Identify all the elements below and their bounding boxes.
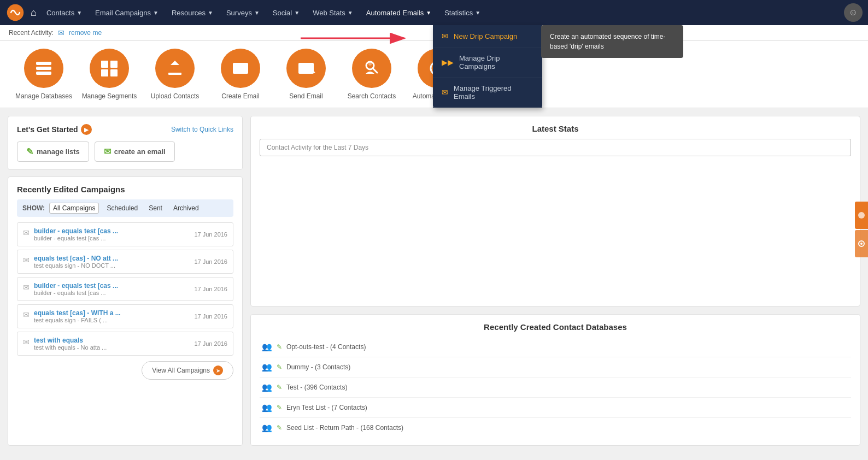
db-row[interactable]: 👥 ✎ Eryn Test List - (7 Contacts) (260, 398, 851, 418)
icon-create-email[interactable]: Create Email (208, 49, 273, 100)
databases-title: Recently Created Contact Databases (260, 322, 851, 332)
icon-manage-segments[interactable]: Manage Segments (77, 49, 142, 100)
home-icon[interactable]: ⌂ (31, 7, 37, 19)
svg-rect-4 (101, 61, 108, 68)
resources-arrow-icon: ▼ (208, 10, 213, 16)
drip-icon: ✉ (442, 32, 448, 40)
campaign-row[interactable]: ✉ equals test [cas] - NO att ... test eq… (17, 250, 233, 274)
filter-sent[interactable]: Sent (145, 203, 166, 213)
db-person-icon: 👥 (262, 342, 272, 352)
stats-filter[interactable]: Contact Activity for the Last 7 Days (260, 139, 851, 156)
db-row[interactable]: 👥 ✎ Test - (396 Contacts) (260, 378, 851, 398)
main-content: Let's Get Started ▶ Switch to Quick Link… (0, 108, 868, 453)
recent-activity-label: Recent Activity: (9, 29, 54, 37)
db-row[interactable]: 👥 ✎ Opt-outs-test - (4 Contacts) (260, 337, 851, 357)
create-email-btn-icon: ✉ (104, 146, 111, 157)
filter-archived[interactable]: Archived (170, 203, 202, 213)
svg-rect-1 (36, 62, 51, 65)
logo[interactable] (5, 3, 25, 22)
side-tab-1[interactable] (855, 202, 868, 229)
automated-emails-arrow-icon: ▼ (426, 10, 431, 16)
svg-rect-6 (101, 69, 108, 76)
right-panel: Latest Stats Contact Activity for the La… (243, 116, 860, 446)
show-label: SHOW: (22, 204, 45, 212)
dropdown-manage-drip-campaigns[interactable]: ▶▶ Manage Drip Campaigns (433, 48, 542, 78)
icon-search-contacts[interactable]: Search Contacts (339, 49, 404, 100)
nav-resources[interactable]: Resources ▼ (165, 0, 220, 25)
svg-point-12 (368, 62, 372, 66)
nav-contacts[interactable]: Contacts ▼ (40, 0, 89, 25)
campaign-row[interactable]: ✉ equals test [cas] - WITH a ... test eq… (17, 304, 233, 328)
campaign-sub: builder - equals test [cas ... (34, 235, 118, 241)
side-tab-2[interactable] (855, 230, 868, 257)
svg-rect-5 (110, 61, 118, 68)
campaign-email-icon: ✉ (23, 283, 30, 292)
email-icon-small: ✉ (58, 28, 64, 37)
svg-rect-3 (36, 72, 51, 75)
user-avatar[interactable]: ☺ (844, 3, 863, 22)
icon-manage-databases[interactable]: Manage Databases (11, 49, 77, 100)
db-name: Eryn Test List - (7 Contacts) (286, 404, 367, 411)
manage-lists-icon: ✎ (26, 146, 33, 157)
nav-surveys[interactable]: Surveys ▼ (220, 0, 266, 25)
nav-statistics[interactable]: Statistics ▼ (438, 0, 487, 25)
db-edit-icon: ✎ (277, 424, 282, 432)
action-buttons: ✎ manage lists ✉ create an email (17, 141, 233, 162)
campaigns-title: Recently Edited Campaigns (17, 185, 233, 194)
stats-title: Latest Stats (260, 124, 851, 133)
campaign-date: 17 Jun 2016 (194, 258, 227, 265)
nav-items: Contacts ▼ Email Campaigns ▼ Resources ▼… (40, 0, 844, 25)
switch-to-quick-links[interactable]: Switch to Quick Links (171, 126, 233, 133)
campaign-row[interactable]: ✉ builder - equals test [cas ... builder… (17, 277, 233, 301)
db-name: Test - (396 Contacts) (286, 384, 347, 391)
send-email-circle (286, 49, 326, 88)
social-arrow-icon: ▼ (294, 10, 300, 16)
db-person-icon: 👥 (262, 423, 272, 433)
nav-web-stats[interactable]: Web Stats ▼ (306, 0, 360, 25)
campaign-sub: test equals sign - NO DOCT ... (34, 262, 118, 269)
view-all-arrow-icon: ➤ (213, 365, 223, 375)
nav-automated-emails[interactable]: Automated Emails ▼ (360, 0, 438, 25)
automated-emails-dropdown: ✉ New Drip Campaign ▶▶ Manage Drip Campa… (433, 25, 542, 108)
nav-social[interactable]: Social ▼ (266, 0, 306, 25)
icon-send-email[interactable]: Send Email (273, 49, 339, 100)
email-campaigns-arrow-icon: ▼ (153, 10, 159, 16)
drip-campaign-tooltip: Create an automated sequence of time-bas… (541, 25, 683, 58)
campaign-row[interactable]: ✉ builder - equals test [cas ... builder… (17, 222, 233, 246)
nav-email-campaigns[interactable]: Email Campaigns ▼ (89, 0, 165, 25)
db-edit-icon: ✎ (277, 363, 282, 371)
db-row[interactable]: 👥 ✎ Dummy - (3 Contacts) (260, 357, 851, 378)
view-all-campaigns-button[interactable]: View All Campaigns ➤ (142, 361, 233, 380)
db-person-icon: 👥 (262, 362, 272, 372)
campaign-sub: test equals sign - FAILS ( ... (34, 317, 121, 323)
remove-me-link[interactable]: remove me (69, 29, 102, 37)
campaign-name: equals test [cas] - NO att ... (34, 255, 118, 262)
dropdown-manage-triggered-emails[interactable]: ✉ Manage Triggered Emails (433, 78, 542, 108)
dropdown-new-drip-campaign[interactable]: ✉ New Drip Campaign (433, 25, 542, 48)
manage-drip-icon: ▶▶ (442, 58, 454, 67)
campaign-email-icon: ✉ (23, 310, 30, 319)
get-started-header: Let's Get Started ▶ Switch to Quick Link… (17, 124, 233, 135)
create-email-button[interactable]: ✉ create an email (95, 141, 175, 162)
create-email-circle (221, 49, 260, 88)
filter-scheduled[interactable]: Scheduled (103, 203, 141, 213)
db-edit-icon: ✎ (277, 343, 282, 351)
db-person-icon: 👥 (262, 382, 272, 392)
db-row[interactable]: 👥 ✎ Seed List - Return Path - (168 Conta… (260, 418, 851, 438)
svg-line-13 (373, 68, 377, 73)
db-name: Seed List - Return Path - (168 Contacts) (286, 424, 403, 432)
campaign-date: 17 Jun 2016 (194, 313, 227, 320)
web-stats-arrow-icon: ▼ (348, 10, 353, 16)
left-panel: Let's Get Started ▶ Switch to Quick Link… (8, 116, 243, 446)
campaign-sub: builder - equals test [cas ... (34, 290, 118, 296)
manage-lists-button[interactable]: ✎ manage lists (17, 141, 89, 162)
filter-all-campaigns[interactable]: All Campaigns (49, 203, 99, 214)
svg-rect-7 (110, 69, 118, 76)
campaign-date: 17 Jun 2016 (194, 231, 227, 238)
play-badge-icon: ▶ (81, 124, 92, 135)
svg-rect-8 (168, 73, 181, 75)
stats-box: Latest Stats Contact Activity for the La… (250, 116, 860, 306)
campaign-row[interactable]: ✉ test with equals test with equals - No… (17, 332, 233, 356)
campaign-email-icon: ✉ (23, 228, 30, 237)
icon-upload-contacts[interactable]: Upload Contacts (142, 49, 208, 100)
